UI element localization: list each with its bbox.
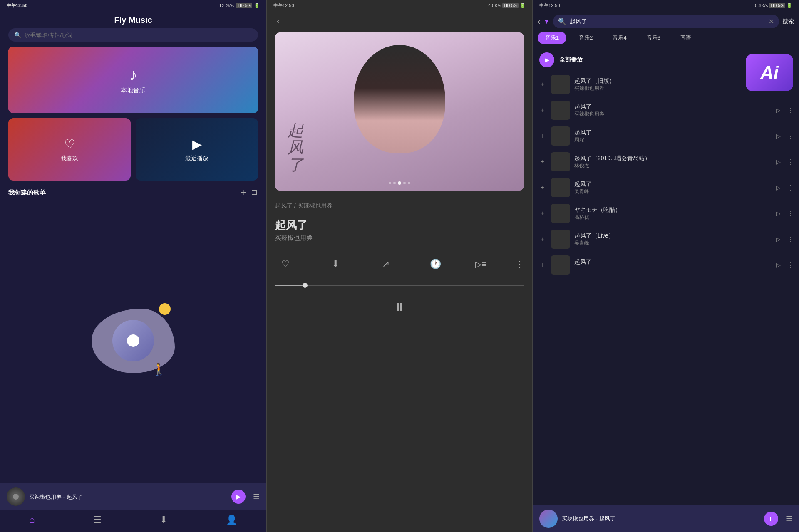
- status-speed-2: 4.0K/s: [488, 3, 501, 8]
- status-battery-1: 🔋: [254, 3, 260, 8]
- song-list: + 起风了（旧版） 买辣椒也用券 ▷ ⋮ + 起风了 买辣椒也用券 ▷ ⋮ + …: [533, 72, 799, 532]
- illustration-blob: 🚶: [83, 303, 183, 378]
- mv-btn-3[interactable]: ▷: [776, 158, 781, 165]
- search-bar-1[interactable]: 🔍: [8, 28, 258, 42]
- mv-btn-2[interactable]: ▷: [776, 133, 781, 139]
- add-song-btn-2[interactable]: +: [538, 132, 547, 140]
- add-song-btn-6[interactable]: +: [538, 235, 547, 243]
- recent-label: 最近播放: [185, 155, 208, 162]
- song-info-5: ヤキモチ（吃醋） 高桥优: [574, 206, 772, 221]
- song-info-4: 起风了 吴青峰: [574, 181, 772, 195]
- add-song-btn-0[interactable]: +: [538, 81, 547, 88]
- filter-tab-music4[interactable]: 音乐4: [605, 32, 634, 44]
- more-dots-1[interactable]: ⋮: [787, 106, 794, 114]
- add-playlist-btn[interactable]: +: [241, 187, 246, 198]
- song-artist-7: ...: [574, 266, 772, 272]
- pause-icon-3: ⏸: [768, 515, 774, 522]
- progress-container[interactable]: [267, 281, 532, 293]
- recent-card[interactable]: ▶ 最近播放: [136, 118, 258, 181]
- mv-btn-5[interactable]: ▷: [776, 210, 781, 217]
- search-input-3[interactable]: [570, 18, 765, 25]
- song-item-4[interactable]: + 起风了 吴青峰 ▷ ⋮: [533, 175, 799, 200]
- pause-btn[interactable]: ⏸: [389, 296, 410, 318]
- home-icon: ⌂: [29, 515, 35, 525]
- status-bar-2: 中午12:50 4.0K/s HD 5G 🔋: [267, 0, 532, 11]
- mv-btn-7[interactable]: ▷: [776, 262, 781, 268]
- add-song-btn-5[interactable]: +: [538, 210, 547, 217]
- download-btn[interactable]: ⬇: [325, 254, 346, 275]
- track-artist: 买辣椒也用券: [267, 234, 532, 250]
- clear-btn[interactable]: ✕: [769, 17, 774, 25]
- more-dots-2[interactable]: ⋮: [787, 132, 794, 140]
- now-playing-bar-1[interactable]: 买辣椒也用券 - 起风了 ▶ ☰: [0, 483, 266, 510]
- playlist-icon: ▷≡: [475, 260, 486, 269]
- search-icon-1: 🔍: [14, 32, 21, 38]
- song-thumb-2: [551, 126, 570, 146]
- sub-cards: ♡ 我喜欢 ▶ 最近播放: [8, 118, 258, 181]
- back-btn-2[interactable]: ‹: [273, 15, 283, 27]
- np-pause-btn-3[interactable]: ⏸: [764, 512, 778, 526]
- song-info-6: 起风了（Live） 吴青峰: [574, 232, 772, 247]
- nav-download[interactable]: ⬇: [160, 515, 167, 525]
- more-dots-3[interactable]: ⋮: [787, 158, 794, 166]
- more-btn[interactable]: ⋮: [516, 259, 524, 269]
- song-item-3[interactable]: + 起风了（2019...唱会青岛站） 林俊杰 ▷ ⋮: [533, 149, 799, 175]
- song-title-6: 起风了（Live）: [574, 232, 772, 240]
- search-input-wrap[interactable]: 🔍 ✕: [553, 15, 779, 28]
- song-item-1[interactable]: + 起风了 买辣椒也用券 ▷ ⋮: [533, 97, 799, 123]
- search-icon-3: 🔍: [558, 17, 566, 25]
- song-item-5[interactable]: + ヤキモチ（吃醋） 高桥优 ▷ ⋮: [533, 200, 799, 226]
- status-right-1: 12.2K/s HD 5G 🔋: [219, 3, 260, 8]
- more-dots-6[interactable]: ⋮: [787, 235, 794, 243]
- history-btn[interactable]: 🕐: [425, 254, 446, 275]
- filter-tab-music2[interactable]: 音乐2: [571, 32, 600, 44]
- song-item-7[interactable]: + 起风了 ... ▷ ⋮: [533, 252, 799, 278]
- favorites-card[interactable]: ♡ 我喜欢: [8, 118, 131, 181]
- filter-tab-earphone[interactable]: 耳语: [673, 32, 699, 44]
- share-btn[interactable]: ↗: [375, 254, 396, 275]
- add-song-btn-4[interactable]: +: [538, 184, 547, 191]
- panel-search: 中午12:50 0.6K/s HD 5G 🔋 ‹ ▼ 🔍 ✕ 搜索 音乐1 音乐…: [533, 0, 799, 532]
- pause-icon: ⏸: [394, 300, 405, 314]
- song-info-0: 起风了（旧版） 买辣椒也用券: [574, 77, 772, 92]
- song-item-2[interactable]: + 起风了 周深 ▷ ⋮: [533, 123, 799, 149]
- more-dots-7[interactable]: ⋮: [787, 261, 794, 269]
- np-play-btn-1[interactable]: ▶: [231, 490, 246, 504]
- filter-tab-label-2: 音乐4: [613, 35, 626, 41]
- back-btn-3[interactable]: ‹: [538, 17, 541, 26]
- status-speed-1: 12.2K/s: [219, 3, 234, 8]
- song-info-2: 起风了 周深: [574, 129, 772, 144]
- search-submit-btn[interactable]: 搜索: [782, 18, 794, 25]
- like-btn[interactable]: ♡: [275, 254, 296, 275]
- song-title-2: 起风了: [574, 129, 772, 136]
- add-song-btn-1[interactable]: +: [538, 106, 547, 114]
- mv-btn-1[interactable]: ▷: [776, 107, 781, 114]
- mv-btn-4[interactable]: ▷: [776, 184, 781, 191]
- nav-profile[interactable]: 👤: [226, 515, 237, 525]
- filter-tab-music3[interactable]: 音乐3: [639, 32, 668, 44]
- filter-tab-music1[interactable]: 音乐1: [538, 32, 566, 44]
- song-title-1: 起风了: [574, 103, 772, 111]
- nav-home[interactable]: ⌂: [29, 515, 35, 525]
- progress-track[interactable]: [275, 285, 524, 286]
- np-list-btn-3[interactable]: ☰: [786, 514, 792, 523]
- nav-list[interactable]: ☰: [93, 515, 102, 525]
- playlist-btn[interactable]: ▷≡: [475, 259, 486, 269]
- search-input-1[interactable]: [25, 32, 252, 38]
- main-banner[interactable]: ♪ 本地音乐: [8, 47, 258, 113]
- status-network-2: HD 5G: [502, 3, 519, 8]
- song-thumb-7: [551, 255, 570, 275]
- mv-btn-6[interactable]: ▷: [776, 236, 781, 242]
- import-playlist-btn[interactable]: ⊐: [251, 187, 258, 198]
- more-dots-4[interactable]: ⋮: [787, 184, 794, 192]
- now-playing-bar-3[interactable]: 买辣椒也用券 - 起风了 ⏸ ☰: [533, 505, 799, 532]
- song-item-6[interactable]: + 起风了（Live） 吴青峰 ▷ ⋮: [533, 226, 799, 252]
- song-artist-4: 吴青峰: [574, 188, 772, 195]
- search-dropdown-btn[interactable]: ▼: [544, 18, 550, 25]
- add-song-btn-7[interactable]: +: [538, 261, 547, 269]
- np-list-btn-1[interactable]: ☰: [253, 492, 260, 501]
- vinyl-icon: [7, 487, 25, 506]
- heart-icon-2: ♡: [281, 259, 290, 270]
- more-dots-5[interactable]: ⋮: [787, 210, 794, 218]
- add-song-btn-3[interactable]: +: [538, 158, 547, 166]
